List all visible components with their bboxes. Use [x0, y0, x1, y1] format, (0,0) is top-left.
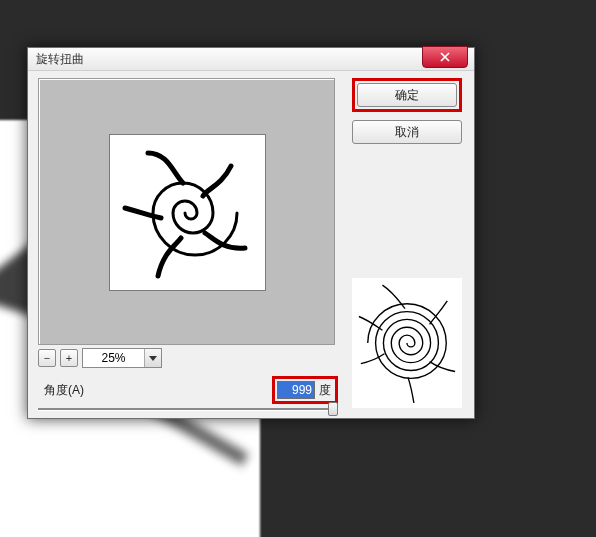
- zoom-value: 25%: [83, 351, 144, 365]
- dialog-buttons: 确定 取消: [352, 78, 462, 144]
- preview-image: [109, 134, 266, 291]
- titlebar[interactable]: 旋转扭曲: [28, 48, 474, 71]
- ok-button[interactable]: 确定: [357, 83, 457, 107]
- angle-row: 角度(A) 度: [38, 378, 338, 402]
- zoom-in-button[interactable]: +: [60, 349, 78, 367]
- twirl-dialog: 旋转扭曲: [27, 47, 475, 419]
- angle-slider[interactable]: [38, 404, 338, 416]
- angle-label: 角度(A): [38, 382, 84, 399]
- preview-area[interactable]: [38, 78, 335, 345]
- dialog-body: − + 25% 角度(A) 度 确定 取消: [38, 78, 464, 408]
- zoom-select[interactable]: 25%: [82, 348, 162, 368]
- chevron-down-icon: [144, 349, 161, 367]
- angle-unit: 度: [319, 382, 333, 399]
- slider-track: [38, 408, 338, 410]
- spiral-icon: [353, 280, 461, 406]
- zoom-out-button[interactable]: −: [38, 349, 56, 367]
- angle-input[interactable]: [277, 381, 315, 399]
- slider-thumb[interactable]: [328, 402, 338, 416]
- dialog-title: 旋转扭曲: [36, 51, 84, 68]
- angle-input-highlight: 度: [272, 376, 338, 404]
- cancel-button[interactable]: 取消: [352, 120, 462, 144]
- ok-button-highlight: 确定: [352, 78, 462, 112]
- twirl-preview-icon: [113, 138, 263, 288]
- zoom-controls: − + 25%: [38, 348, 336, 368]
- close-icon: [439, 52, 451, 62]
- close-button[interactable]: [422, 46, 468, 68]
- effect-direction-preview: [352, 278, 462, 408]
